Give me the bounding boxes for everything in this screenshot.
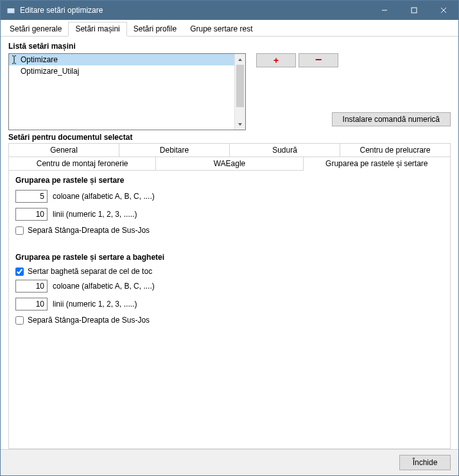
list-item-label: Optimizare	[21, 55, 58, 64]
separate-bead-drawer-checkbox[interactable]	[15, 268, 24, 276]
scroll-thumb[interactable]	[236, 65, 244, 107]
inner-tabs: General Debitare Sudură Centru de preluc…	[8, 143, 451, 171]
rows-label: linii (numeric 1, 2, 3, .....)	[53, 210, 137, 219]
columns-input[interactable]	[15, 190, 48, 203]
separate-bead-drawer-label: Sertar baghetă separat de cel de toc	[28, 267, 152, 276]
group-title: Gruparea pe rastele și sertare	[15, 176, 444, 185]
text-cursor-icon	[12, 55, 17, 64]
inner-tab-hardware-center[interactable]: Centru de montaj feronerie	[9, 157, 156, 171]
svg-rect-0	[7, 8, 15, 13]
inner-tab-general[interactable]: General	[9, 144, 119, 157]
app-window: Editare setări optimizare Setări general…	[0, 0, 459, 476]
svg-rect-1	[7, 6, 15, 8]
tab-content: Listă setări mașini Optimizare Optimizar…	[1, 37, 458, 449]
window-controls	[370, 1, 458, 20]
rows-input[interactable]	[15, 208, 48, 221]
separate-bead-drawer-row[interactable]: Sertar baghetă separat de cel de toc	[15, 267, 444, 276]
bead-columns-label: coloane (alfabetic A, B, C, ....)	[53, 282, 155, 291]
list-item-label: Optimizare_Utilaj	[21, 67, 79, 76]
list-item[interactable]: Optimizare_Utilaj	[9, 65, 234, 77]
titlebar: Editare setări optimizare	[1, 1, 458, 20]
columns-label: coloane (alfabetic A, B, C, ....)	[53, 192, 155, 201]
list-item[interactable]: Optimizare	[9, 54, 234, 65]
group-title: Gruparea pe rastele și sertare a baghete…	[15, 253, 444, 262]
tab-profile-settings[interactable]: Setări profile	[126, 22, 184, 36]
app-icon	[6, 5, 16, 15]
scrollbar[interactable]	[234, 54, 245, 130]
remove-button[interactable]: −	[299, 53, 338, 67]
add-remove-buttons: + −	[256, 53, 338, 67]
bead-columns-input[interactable]	[15, 280, 48, 293]
bead-separate-lr-label: Separă Stânga-Dreapta de Sus-Jos	[28, 316, 150, 325]
scroll-up-icon[interactable]	[235, 54, 245, 65]
inner-tab-rack-grouping[interactable]: Gruparea pe rastele și sertare	[304, 157, 450, 171]
bead-rows-input[interactable]	[15, 298, 48, 310]
plus-icon: +	[273, 55, 279, 65]
bead-separate-lr-checkbox-row[interactable]: Separă Stânga-Dreapta de Sus-Jos	[15, 316, 444, 325]
separate-lr-label: Separă Stânga-Dreapta de Sus-Jos	[28, 226, 150, 235]
settings-panel: Gruparea pe rastele și sertare coloane (…	[8, 171, 451, 449]
tab-drawer-groups[interactable]: Grupe sertare rest	[183, 22, 259, 36]
footer: Închide	[1, 449, 458, 475]
inner-tab-machining-center[interactable]: Centru de prelucrare	[340, 144, 450, 157]
group-rack-drawer: Gruparea pe rastele și sertare coloane (…	[15, 176, 444, 235]
svg-rect-3	[411, 8, 417, 13]
inner-tab-cutting[interactable]: Debitare	[119, 144, 230, 157]
group-bead-rack-drawer: Gruparea pe rastele și sertare a baghete…	[15, 253, 444, 325]
minimize-button[interactable]	[370, 1, 399, 20]
maximize-button[interactable]	[399, 1, 429, 20]
window-title: Editare setări optimizare	[20, 6, 370, 15]
add-button[interactable]: +	[256, 53, 296, 67]
inner-tab-welding[interactable]: Sudură	[230, 144, 340, 157]
machine-list[interactable]: Optimizare Optimizare_Utilaj	[8, 53, 246, 130]
close-window-button[interactable]	[429, 1, 458, 20]
tab-general-settings[interactable]: Setări generale	[3, 22, 69, 36]
inner-tab-waeagle[interactable]: WAEagle	[156, 157, 303, 171]
bead-separate-lr-checkbox[interactable]	[15, 316, 24, 325]
bead-rows-label: linii (numeric 1, 2, 3, .....)	[53, 300, 137, 309]
outer-tab-row: Setări generale Setări mașini Setări pro…	[1, 20, 458, 36]
install-nc-button[interactable]: Instalare comandă numerică	[332, 112, 451, 126]
machine-list-label: Listă setări mașini	[8, 42, 451, 51]
scroll-down-icon[interactable]	[235, 119, 245, 130]
separate-lr-checkbox-row[interactable]: Separă Stânga-Dreapta de Sus-Jos	[15, 226, 444, 235]
tab-machine-settings[interactable]: Setări mașini	[68, 22, 126, 37]
separate-lr-checkbox[interactable]	[15, 226, 24, 235]
close-button[interactable]: Închide	[399, 455, 451, 470]
selected-doc-label: Setări pentru documentul selectat	[8, 133, 451, 142]
